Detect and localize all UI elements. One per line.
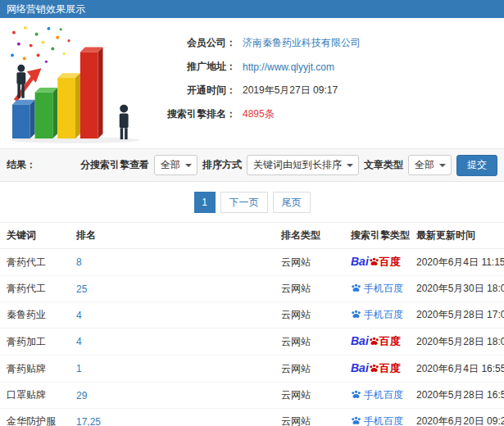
engine-filter-value: 全部 <box>161 159 180 170</box>
pagination: 1 下一页 尾页 <box>0 182 504 223</box>
engine-cell: 手机百度 <box>344 409 410 426</box>
keyword-cell: 金华防护服 <box>0 409 70 426</box>
paw-icon <box>351 283 361 293</box>
paw-icon <box>369 256 379 267</box>
keyword-cell: 膏药代工 <box>0 249 70 276</box>
updated-cell: 2020年5月28日 18:03 <box>410 329 504 356</box>
table-row: 金华防护服 17,25 云网站 手机百度 2020年6月20日 09:25 <box>0 409 504 426</box>
baidu-logo: Bai百度 <box>351 361 401 374</box>
baidu-logo: Bai百度 <box>351 255 401 268</box>
site-url-link[interactable]: http://www.qlyyjt.com <box>243 61 334 73</box>
page-title: 网络营销效果展示 <box>0 0 504 18</box>
engine-cell: Bai百度 <box>344 356 410 383</box>
rank-type-cell: 云网站 <box>275 356 344 383</box>
rank-link[interactable]: 17,25 <box>70 409 275 426</box>
rank-type-cell: 云网站 <box>275 409 344 426</box>
rank-type-cell: 云网站 <box>275 383 344 409</box>
submit-button[interactable]: 提交 <box>456 155 497 176</box>
rank-link[interactable]: 1 <box>70 356 275 383</box>
updated-cell: 2020年5月30日 18:06 <box>410 276 504 302</box>
article-type-label: 文章类型 <box>364 158 403 172</box>
table-row: 口罩贴牌 29 云网站 手机百度 2020年5月28日 16:55 <box>0 383 504 409</box>
rank-count-row: 搜索引擎排名： 4895条 <box>146 102 504 126</box>
updated-cell: 2020年6月4日 16:55 <box>410 356 504 383</box>
sort-select[interactable]: 关键词由短到长排序 <box>247 155 359 175</box>
last-page-button[interactable]: 尾页 <box>273 192 311 213</box>
chevron-down-icon <box>347 164 353 167</box>
chevron-down-icon <box>185 164 192 167</box>
mobile-baidu-logo: 手机百度 <box>351 389 403 401</box>
member-info: 会员公司： 济南秦鲁药业科技有限公司 推广地址： http://www.qlyy… <box>146 18 504 148</box>
filter-controls: 分搜索引擎查看 全部 排序方式 关键词由短到长排序 文章类型 全部 提交 <box>80 155 497 176</box>
article-type-select[interactable]: 全部 <box>408 155 452 175</box>
bar-chart-graphic <box>3 21 143 144</box>
filter-bar: 结果： 分搜索引擎查看 全部 排序方式 关键词由短到长排序 文章类型 全部 提交 <box>0 149 504 182</box>
table-row: 膏药代工 25 云网站 手机百度 2020年5月30日 18:06 <box>0 276 504 302</box>
keyword-cell: 膏药代工 <box>0 276 70 302</box>
rank-type-cell: 云网站 <box>275 329 344 356</box>
company-label: 会员公司： <box>146 36 236 50</box>
updated-cell: 2020年6月20日 09:25 <box>410 409 504 426</box>
mobile-baidu-logo: 手机百度 <box>351 283 403 294</box>
rank-link[interactable]: 25 <box>70 276 275 302</box>
baidu-logo: Bai百度 <box>351 334 401 347</box>
rank-count-label: 搜索引擎排名： <box>146 107 236 121</box>
engine-cell: 手机百度 <box>344 276 410 302</box>
site-row: 推广地址： http://www.qlyyjt.com <box>146 55 504 79</box>
col-rank: 排名 <box>70 223 275 249</box>
col-keyword: 关键词 <box>0 223 70 249</box>
open-time-label: 开通时间： <box>146 84 236 97</box>
article-type-value: 全部 <box>415 159 434 170</box>
paw-icon <box>351 415 361 426</box>
company-link[interactable]: 济南秦鲁药业科技有限公司 <box>243 36 361 50</box>
rank-type-cell: 云网站 <box>275 302 344 329</box>
col-rank-type: 排名类型 <box>275 223 344 249</box>
engine-filter-select[interactable]: 全部 <box>154 155 198 175</box>
table-row: 膏药代工 8 云网站 Bai百度 2020年6月4日 11:15 <box>0 249 504 276</box>
rank-link[interactable]: 29 <box>70 383 275 409</box>
engine-cell: 手机百度 <box>344 302 410 329</box>
table-row: 膏药贴牌 1 云网站 Bai百度 2020年6月4日 16:55 <box>0 356 504 383</box>
table-header-row: 关键词 排名 排名类型 搜索引擎类型 最新更新时间 <box>0 223 504 249</box>
keyword-cell: 膏药加工 <box>0 329 70 356</box>
page-current[interactable]: 1 <box>194 192 216 213</box>
updated-cell: 2020年6月4日 11:15 <box>410 249 504 276</box>
chevron-down-icon <box>439 164 446 167</box>
rank-type-cell: 云网站 <box>275 276 344 302</box>
paw-icon <box>369 363 379 374</box>
rank-count-value: 4895条 <box>243 107 275 121</box>
open-time-value: 2019年5月27日 09:17 <box>243 84 338 97</box>
sort-value: 关键词由短到长排序 <box>253 159 342 170</box>
keyword-cell: 口罩贴牌 <box>0 383 70 409</box>
sort-label: 排序方式 <box>202 158 242 172</box>
keyword-cell: 膏药贴牌 <box>0 356 70 383</box>
updated-cell: 2020年5月28日 17:02 <box>410 302 504 329</box>
col-engine-type: 搜索引擎类型 <box>344 223 410 249</box>
open-time-row: 开通时间： 2019年5月27日 09:17 <box>146 79 504 102</box>
paw-icon <box>351 309 361 320</box>
mobile-baidu-logo: 手机百度 <box>351 309 403 320</box>
engine-cell: Bai百度 <box>344 249 410 276</box>
col-updated: 最新更新时间 <box>410 223 504 249</box>
rank-link[interactable]: 4 <box>70 329 275 356</box>
updated-cell: 2020年5月28日 16:55 <box>410 383 504 409</box>
rank-type-cell: 云网站 <box>275 249 344 276</box>
next-page-button[interactable]: 下一页 <box>220 192 268 213</box>
result-label: 结果： <box>7 158 36 172</box>
rank-link[interactable]: 4 <box>70 302 275 329</box>
paw-icon <box>369 336 379 347</box>
rank-link[interactable]: 8 <box>70 249 275 276</box>
paw-icon <box>351 389 361 400</box>
engine-cell: 手机百度 <box>344 383 410 409</box>
ranking-table: 关键词 排名 排名类型 搜索引擎类型 最新更新时间 膏药代工 8 云网站 Bai… <box>0 223 504 426</box>
engine-filter-label: 分搜索引擎查看 <box>80 158 149 172</box>
company-row: 会员公司： 济南秦鲁药业科技有限公司 <box>146 31 504 55</box>
engine-cell: Bai百度 <box>344 329 410 356</box>
summary-panel: 会员公司： 济南秦鲁药业科技有限公司 推广地址： http://www.qlyy… <box>0 18 504 149</box>
table-row: 膏药加工 4 云网站 Bai百度 2020年5月28日 18:03 <box>0 329 504 356</box>
site-label: 推广地址： <box>146 60 236 74</box>
marketing-chart-illustration <box>0 18 146 148</box>
table-row: 秦鲁药业 4 云网站 手机百度 2020年5月28日 17:02 <box>0 302 504 329</box>
mobile-baidu-logo: 手机百度 <box>351 415 403 426</box>
keyword-cell: 秦鲁药业 <box>0 302 70 329</box>
